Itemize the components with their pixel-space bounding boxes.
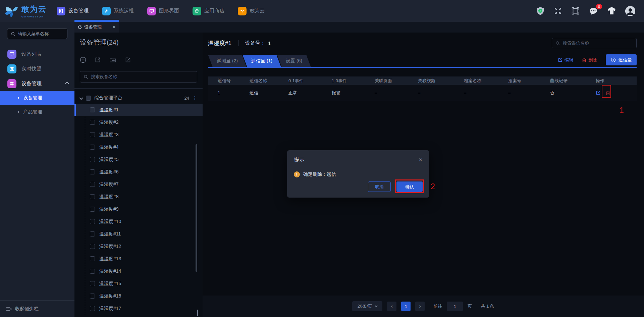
prev-page-button[interactable]: ‹ [387,302,396,311]
row-delete-icon[interactable] [605,90,610,96]
sidebar-subitem-product-management[interactable]: • 产品管理 [0,105,74,119]
tree-item-device[interactable]: 温湿度#10 [74,215,203,228]
divider [52,5,52,17]
tab-remote-signal[interactable]: 遥信量 (1) [243,55,281,67]
tree-item-device[interactable]: 温湿度#12 [74,240,203,253]
next-page-button[interactable]: › [415,302,425,311]
topbar: 敢为云 GANWEIYUN 设备管理 系统运维 图形界面 [0,0,644,22]
current-page-button[interactable]: 1 [401,302,411,311]
device-checkbox[interactable] [90,107,95,112]
close-icon[interactable]: ✕ [112,25,116,30]
device-checkbox[interactable] [90,207,95,212]
export-icon[interactable] [95,57,101,63]
tree-item-device[interactable]: 温湿度#4 [74,141,203,153]
device-label: 温湿度#6 [99,169,119,175]
cell-linked-video: – [418,90,464,95]
goto-page-input[interactable] [447,302,463,311]
device-panel-toolbar [80,57,197,63]
tree-item-device[interactable]: 温湿度#17 [74,302,203,315]
kebab-menu-icon[interactable]: ⋮ [193,95,197,101]
tree-item-device[interactable]: 温湿度#5 [74,153,203,166]
edit-button[interactable]: 编辑 [558,57,573,63]
device-checkbox[interactable] [90,169,95,174]
device-checkbox[interactable] [90,256,95,261]
device-checkbox[interactable] [90,294,95,299]
sidebar-item-device-management[interactable]: 设备管理 [0,76,74,91]
cell-linked-page: – [375,90,418,95]
device-checkbox[interactable] [90,281,95,286]
collapse-sidebar-button[interactable]: 收起侧边栏 [0,300,74,317]
edit-device-icon[interactable] [125,57,131,63]
device-checkbox[interactable] [90,219,95,224]
device-checkbox[interactable] [90,231,95,236]
device-checkbox[interactable] [90,306,95,311]
confirm-button[interactable]: 确认 [396,181,423,192]
tree-item-device[interactable]: 温湿度#14 [74,265,203,277]
divider [238,40,238,46]
tree-item-device[interactable]: 温湿度#8 [74,191,203,203]
device-checkbox[interactable] [90,269,95,274]
messages-icon[interactable]: 0 [589,7,598,15]
device-checkbox[interactable] [90,244,95,249]
device-checkbox[interactable] [90,145,95,150]
sidebar-item-label: 设备列表 [21,51,42,57]
theme-shirt-icon[interactable] [607,7,616,15]
security-shield-icon[interactable] [536,6,545,16]
chevron-down-icon[interactable] [79,96,83,100]
nav-item-device-management[interactable]: 设备管理 [57,7,89,15]
delete-button[interactable]: 删除 [582,57,597,63]
nav-item-graphic-ui[interactable]: 图形界面 [147,7,179,15]
tree-root-platform[interactable]: 综合管理平台 24 ⋮ [80,93,197,103]
page-tab-label: 设备管理 [84,24,102,30]
tree-item-device[interactable]: 温湿度#15 [74,277,203,290]
page-tab-device-management[interactable]: 设备管理 ✕ [74,22,119,33]
screenshot-frame-icon[interactable] [571,7,580,15]
tab-settings[interactable]: 设置 (6) [277,55,311,67]
device-checkbox[interactable] [90,120,95,125]
tree-item-device[interactable]: 温湿度#3 [74,128,203,141]
user-avatar[interactable] [625,6,635,16]
sidebar-subitem-device-management[interactable]: • 设备管理 [0,91,74,105]
sidebar-search-input[interactable]: 请输入菜单名称 [7,28,67,39]
device-checkbox[interactable] [90,194,95,199]
signal-search-input[interactable]: 搜索遥信名称 [552,38,637,48]
fullscreen-icon[interactable] [554,7,562,15]
tree-item-device[interactable]: 温湿度#11 [74,228,203,240]
sidebar-item-realtime-snapshot[interactable]: 实时快照 [0,61,74,76]
tree-scrollbar[interactable] [196,144,197,272]
tree-item-device[interactable]: 温湿度#1 [74,104,203,116]
tree-item-device[interactable]: 温湿度#7 [74,178,203,191]
row-edit-icon[interactable] [596,90,601,95]
device-label: 温湿度#7 [99,181,119,188]
nav-item-ganweiyun[interactable]: 敢为云 [238,7,265,15]
nav-item-system-ops[interactable]: 系统运维 [102,7,134,15]
cancel-button[interactable]: 取消 [368,181,391,192]
dialog-close-icon[interactable]: ✕ [418,157,423,163]
page-size-select[interactable]: 20条/页 [352,301,382,311]
tree-item-device[interactable]: 温湿度#13 [74,253,203,265]
device-checkbox[interactable] [90,182,95,187]
sidebar-item-device-list[interactable]: 设备列表 [0,47,74,61]
device-tree: 温湿度#1 温湿度#2 温湿度#3 [74,104,203,315]
tree-item-device[interactable]: 温湿度#9 [74,203,203,215]
nav-item-app-store[interactable]: 应用商店 [193,7,224,15]
tree-item-device[interactable]: 温湿度#16 [74,290,203,302]
signal-table: 遥信号 遥信名称 0-1事件 1-0事件 关联页面 关联视频 档案名称 预案号 … [208,76,637,101]
device-label: 温湿度#16 [99,293,121,299]
root-checkbox[interactable] [86,96,91,101]
table-actions: 编辑 删除 遥信量 [558,54,637,67]
divider [74,88,203,89]
move-to-folder-icon[interactable] [109,57,116,63]
brand: 敢为云 GANWEIYUN [0,4,51,18]
device-checkbox[interactable] [90,157,95,162]
chevron-up-icon [65,82,69,85]
search-icon [555,41,560,46]
add-signal-button[interactable]: 遥信量 [606,54,637,65]
tab-telemetry[interactable]: 遥测量 (2) [208,55,247,67]
add-device-icon[interactable] [80,57,86,63]
dialog-title: 提示 [294,156,305,163]
tree-item-device[interactable]: 温湿度#6 [74,166,203,178]
device-checkbox[interactable] [90,132,95,137]
tree-item-device[interactable]: 温湿度#2 [74,116,203,128]
device-search-input[interactable]: 搜索设备名称 [80,71,197,83]
